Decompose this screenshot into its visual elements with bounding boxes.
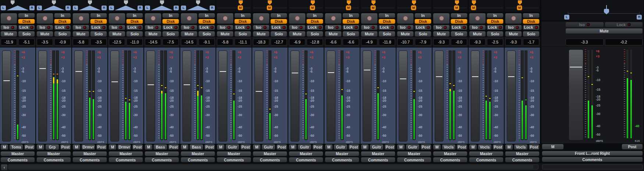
solo-button[interactable]: Solo <box>234 31 251 37</box>
lock-button[interactable]: Lock <box>270 25 287 30</box>
comments-button[interactable]: Comments <box>325 157 359 163</box>
output-assign-button[interactable]: Master <box>397 151 431 156</box>
master-comments-button[interactable]: Comments <box>542 157 643 162</box>
track-name-button[interactable]: Grp <box>45 144 59 150</box>
mute-button[interactable]: Mute <box>397 31 414 37</box>
disk-button[interactable]: Disk <box>378 19 395 24</box>
mute-button[interactable]: Mute <box>469 31 486 37</box>
comments-button[interactable]: Comments <box>433 157 467 163</box>
pan-left-wedge-icon[interactable] <box>115 6 126 10</box>
lock-button[interactable]: Lock <box>378 25 395 30</box>
comments-button[interactable]: Comments <box>36 157 71 163</box>
mono-pan-pointer-icon[interactable] <box>371 0 376 5</box>
mini-m-button[interactable]: M <box>108 144 117 150</box>
fader[interactable] <box>38 50 47 142</box>
fader[interactable] <box>507 50 516 142</box>
master-iso-button[interactable]: Iso <box>565 22 604 27</box>
mono-pan-pointer-icon[interactable] <box>412 0 416 5</box>
pan-left-wedge-icon[interactable] <box>187 6 198 10</box>
track-name-button[interactable]: Guitr <box>225 144 239 150</box>
fader-value[interactable]: -4.9 <box>361 39 377 45</box>
mute-button[interactable]: Mute <box>145 31 161 37</box>
track-name-button[interactable]: Guitr <box>370 144 384 150</box>
mini-m-button[interactable]: M <box>505 144 513 150</box>
fader-value[interactable]: -9.3 <box>505 39 522 45</box>
fader-value[interactable]: -14.5 <box>145 39 161 45</box>
post-button[interactable]: Post <box>168 144 179 150</box>
pan-slider[interactable]: LR <box>36 0 71 13</box>
solo-button[interactable]: Solo <box>451 31 467 37</box>
solo-button[interactable]: Solo <box>18 31 35 37</box>
post-button[interactable]: Post <box>384 144 395 150</box>
pan-slider[interactable]: M <box>324 0 360 13</box>
mute-button[interactable]: Mute <box>181 31 198 37</box>
master-fader-value[interactable]: -3.3 <box>566 39 604 45</box>
iso-button[interactable]: Iso <box>217 25 234 30</box>
record-arm-button[interactable] <box>433 13 450 24</box>
pan-slider[interactable]: M <box>396 0 432 13</box>
peak-value[interactable]: -12.8 <box>307 39 323 45</box>
fader-cap[interactable] <box>75 71 82 72</box>
record-arm-button[interactable] <box>469 13 486 24</box>
fader[interactable] <box>74 50 83 142</box>
mini-m-button[interactable]: M <box>0 144 8 150</box>
fader[interactable] <box>110 50 119 142</box>
output-assign-button[interactable]: Master <box>289 151 323 156</box>
input-monitor-button[interactable]: In <box>414 13 431 18</box>
fader-cap[interactable] <box>364 70 370 70</box>
fader-cap[interactable] <box>147 84 154 85</box>
lock-button[interactable]: Lock <box>306 25 323 30</box>
post-button[interactable]: Post <box>132 144 143 150</box>
solo-button[interactable]: Solo <box>378 31 395 37</box>
fader[interactable] <box>327 50 335 142</box>
mono-pan-pointer-icon[interactable] <box>518 0 522 5</box>
input-monitor-button[interactable]: In <box>18 13 35 18</box>
record-arm-button[interactable] <box>325 13 342 24</box>
pan-slider[interactable]: LR <box>0 0 35 13</box>
pan-slider[interactable]: LR <box>180 0 216 13</box>
fader-value[interactable]: -10.7 <box>397 39 413 45</box>
fader[interactable] <box>291 50 299 142</box>
fader-value[interactable]: -5.8 <box>217 39 233 45</box>
comments-button[interactable]: Comments <box>72 157 107 163</box>
peak-value[interactable]: -12.7 <box>271 39 287 45</box>
solo-button[interactable]: Solo <box>523 31 540 37</box>
iso-button[interactable]: Iso <box>433 25 450 30</box>
mute-button[interactable]: Mute <box>36 31 53 37</box>
disk-button[interactable]: Disk <box>523 19 540 24</box>
fader-value[interactable]: -9.3 <box>433 39 449 45</box>
peak-value[interactable]: -0.9 <box>54 39 71 45</box>
lock-button[interactable]: Lock <box>487 25 504 30</box>
solo-button[interactable]: Solo <box>162 31 179 37</box>
mute-button[interactable]: Mute <box>361 31 378 37</box>
track-name-button[interactable]: Vocls <box>478 144 492 150</box>
fader-cap[interactable] <box>292 73 298 73</box>
iso-button[interactable]: Iso <box>72 25 89 30</box>
input-monitor-button[interactable]: In <box>270 13 287 18</box>
track-name-button[interactable]: Toms <box>9 144 23 150</box>
mute-button[interactable]: Mute <box>0 31 17 37</box>
mute-button[interactable]: Mute <box>108 31 125 37</box>
fader-value[interactable]: -11.9 <box>1 39 17 45</box>
fader-cap[interactable] <box>111 81 118 82</box>
track-name-button[interactable]: Drmvr <box>81 144 95 150</box>
fader-cap[interactable] <box>3 80 10 81</box>
mute-button[interactable]: Mute <box>325 31 342 37</box>
lock-button[interactable]: Lock <box>198 25 215 30</box>
iso-button[interactable]: Iso <box>469 25 486 30</box>
mini-m-button[interactable]: M <box>397 144 405 150</box>
record-arm-button[interactable] <box>72 13 89 24</box>
solo-button[interactable]: Solo <box>90 31 107 37</box>
pan-slider[interactable]: LR <box>144 0 179 13</box>
fader-cap[interactable] <box>400 78 406 79</box>
iso-button[interactable]: Iso <box>145 25 161 30</box>
record-arm-button[interactable] <box>505 13 522 24</box>
post-button[interactable]: Post <box>204 144 215 150</box>
pan-pointer-icon[interactable] <box>160 0 164 5</box>
input-monitor-button[interactable]: In <box>523 13 540 18</box>
solo-button[interactable]: Solo <box>487 31 504 37</box>
fader-value[interactable]: -3.5 <box>37 39 53 45</box>
iso-button[interactable]: Iso <box>325 25 342 30</box>
comments-button[interactable]: Comments <box>181 157 215 163</box>
track-name-button[interactable]: Guitr <box>334 144 348 150</box>
